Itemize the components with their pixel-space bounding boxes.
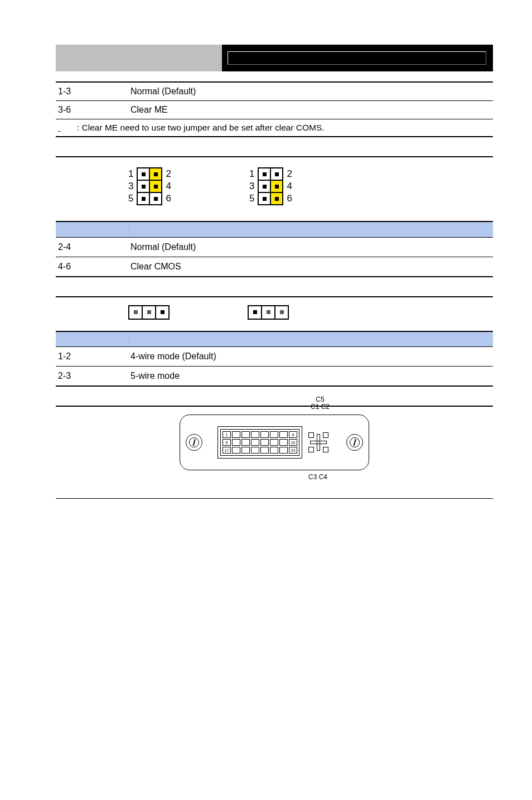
pin-label: 3 [249,180,254,192]
jumper-right-labels: 2 4 6 [287,168,292,205]
note-text: : Clear ME need to use two jumper and be… [77,123,325,132]
dvi-analog-block [306,430,331,455]
dvi-pin-c1 [308,432,314,438]
header-cell [56,221,128,237]
dvi-pin [241,447,250,454]
jumper3-row [128,305,493,320]
jumper-right-labels: 2 4 6 [166,168,171,205]
dvi-pin: 17 [223,447,231,454]
pins-cell: 2-4 [56,237,128,257]
dvi-pin [232,431,240,438]
dvi-pin [279,447,288,454]
jumper-pin-6 [270,192,283,205]
table-row: 1-3 Normal (Default) [56,83,493,101]
dvi-pins-shell: 1 8 9 16 [217,426,302,459]
dvi-pin [251,431,259,438]
dvi-bottom-labels: C3 C4 [308,473,327,481]
desc-cell: Normal (Default) [128,83,493,101]
pins-cell: 3-6 [56,101,128,119]
header-left-block [56,45,222,71]
desc-cell: Normal (Default) [128,237,493,257]
bottom-rule [56,498,493,499]
dvi-pin [232,447,240,454]
dvi-pin [251,447,259,454]
dvi-pin: 8 [289,431,297,438]
section-rule [56,406,493,407]
jumper-pin-6 [149,192,162,205]
dvi-pin [232,439,240,446]
header-cell [56,331,128,347]
note-row: : Clear ME need to use two jumper and be… [56,119,493,137]
jumper-pin-1 [137,168,149,180]
jumper-pin-4 [270,180,283,192]
dvi-label-c1c2: C1 C2 [311,403,330,411]
section-rule [56,156,493,157]
dvi-pin [260,447,269,454]
jumper-pin-1 [258,168,270,180]
pin-label: 1 [128,168,133,180]
dvi-pin: 16 [289,439,297,446]
jumper6-grid [258,167,283,205]
touch-mode-table: 1-2 4-wire mode (Default) 2-3 5-wire mod… [56,331,493,387]
jumper6-diagram: 1 3 5 2 4 6 [128,167,171,205]
dvi-pin [241,431,250,438]
jumper-pin-3 [137,180,149,192]
pin-label: 6 [287,192,292,205]
jumper3-pin-2 [262,306,275,319]
dvi-pin [270,447,278,454]
pins-cell: 1-2 [56,347,128,367]
table-header-row [56,331,493,347]
jumper-pin-3 [258,180,270,192]
dvi-pin-area: 1 8 9 16 [217,426,331,459]
dvi-pin [279,431,288,438]
dvi-pin: 24 [289,447,297,454]
dvi-pin: 1 [223,431,231,438]
dvi-24pin-grid: 1 8 9 16 [220,429,299,456]
dvi-ground-bar-v [317,434,320,451]
header-cell [128,331,493,347]
desc-cell: 4-wire mode (Default) [128,347,493,367]
desc-cell: Clear CMOS [128,257,493,277]
header-tab-outline [228,51,486,65]
dvi-outline: C5 C1 C2 C3 C4 1 8 [180,415,369,470]
jumper-pin-5 [258,192,270,205]
dvi-pin [251,439,259,446]
jumper-left-labels: 1 3 5 [128,168,133,205]
table-row: 4-6 Clear CMOS [56,257,493,277]
jumper-pin-4 [149,180,162,192]
pin-label: 4 [287,180,292,192]
section-rule [56,296,493,297]
table-row: 1-2 4-wire mode (Default) [56,347,493,367]
jumper6-diagram: 1 3 5 2 4 6 [249,167,292,205]
pin-label: 3 [128,180,133,192]
screw-icon [346,434,363,451]
jumper3-pin-1 [129,306,142,319]
table-row: 2-4 Normal (Default) [56,237,493,257]
header-cell [128,221,493,237]
cmos-jumper-table: 2-4 Normal (Default) 4-6 Clear CMOS [56,221,493,277]
pin-label: 6 [166,192,171,205]
dvi-pin-c3 [308,447,314,452]
dvi-top-labels: C5 C1 C2 [311,396,330,411]
jumper-pin-2 [270,168,283,180]
table-row: 2-3 5-wire mode [56,367,493,387]
desc-cell: Clear ME [128,101,493,119]
pin-label: 5 [249,192,254,205]
note-blank-underline [58,123,77,133]
jumper-pin-2 [149,168,162,180]
jumper-pin-5 [137,192,149,205]
jumper3-pin-3 [156,306,169,319]
screw-icon [186,434,202,451]
jumper3-diagram [128,305,170,320]
pin-label: 5 [128,192,133,205]
pins-cell: 2-3 [56,367,128,387]
dvi-label-c5: C5 [316,396,324,403]
jumper3-pin-1 [248,306,262,319]
pin-label: 1 [249,168,254,180]
page-header [56,45,493,71]
dvi-pin: 9 [223,439,231,446]
pins-cell: 1-3 [56,83,128,101]
dvi-pin-c2 [323,432,328,438]
dvi-pin [241,439,250,446]
jumper3-diagram [248,305,289,320]
